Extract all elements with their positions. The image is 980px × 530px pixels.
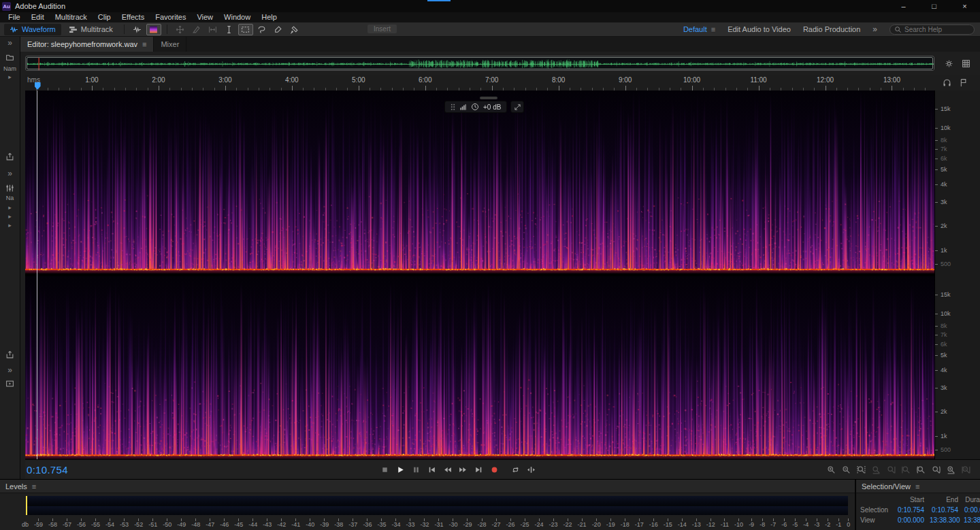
video-monitor-icon[interactable] [5,380,14,388]
tree-caret-icon[interactable]: ▸ [8,74,12,80]
lasso-selection-tool-button[interactable] [255,24,270,35]
zoom-out-frequency-button[interactable] [899,463,913,476]
overview-navigator[interactable] [25,56,934,71]
loop-button[interactable] [508,463,523,476]
db-scale-label: -16 [649,518,658,529]
zoom-selection-left-button[interactable] [914,463,928,476]
volume-hud[interactable]: +0 dB [444,101,507,113]
playhead-line[interactable] [37,90,37,459]
panel-menu-icon[interactable]: ≡ [142,40,146,48]
selection-duration-value[interactable]: 0:00.000 [964,506,980,514]
tab-mixer[interactable]: Mixer [154,37,186,52]
menu-clip[interactable]: Clip [93,12,116,22]
record-button[interactable] [487,463,502,476]
time-selection-tool-button[interactable] [222,24,237,35]
marker-icon[interactable] [958,78,967,87]
workspace-radio-production[interactable]: Radio Production [803,25,860,33]
pause-button[interactable] [409,463,423,476]
selection-end-value[interactable]: 0:10.754 [930,506,964,514]
menu-view[interactable]: View [191,12,218,22]
maximize-button[interactable]: □ [919,0,949,12]
fast-forward-button[interactable] [456,463,470,476]
tab-editor[interactable]: Editor: sleepyhomefromwork.wav≡ [20,37,154,52]
volume-knob-icon[interactable] [471,103,479,111]
expand-panels-icon[interactable]: » [7,170,12,177]
menu-window[interactable]: Window [218,12,256,22]
grid-icon[interactable] [962,59,970,68]
menu-help[interactable]: Help [256,12,282,22]
tree-caret-icon[interactable]: ▸ [8,214,12,219]
spot-healing-brush-tool-button[interactable] [287,24,302,35]
marquee-selection-tool-button[interactable] [238,24,253,35]
hud-grip-icon[interactable] [451,103,455,110]
insert-button[interactable]: Insert [368,24,397,33]
zoom-in-time-button[interactable] [944,463,958,476]
menu-edit[interactable]: Edit [26,12,50,22]
expand-panels-icon[interactable]: » [7,367,12,374]
playhead-marker[interactable] [35,82,41,90]
move-tool-button[interactable] [173,24,188,35]
time-display[interactable]: 0:10.754 [27,464,68,476]
files-folder-icon[interactable] [5,53,14,62]
slip-tool-button[interactable] [206,24,220,35]
expand-panels-icon[interactable]: » [7,39,12,46]
export-icon[interactable] [5,152,14,161]
menu-multitrack[interactable]: Multitrack [50,12,93,22]
search-help-box[interactable] [889,24,975,35]
settings-icon[interactable] [945,59,953,68]
db-scale-label: -21 [578,518,587,529]
waveform-editor-button[interactable]: Waveform [4,24,61,35]
menu-file[interactable]: File [3,12,26,22]
zoom-in-button[interactable] [824,463,838,476]
panel-tab-bar: Editor: sleepyhomefromwork.wav≡Mixer [20,37,980,52]
spectral-display-button[interactable] [146,24,161,35]
tree-caret-icon[interactable]: ▸ [8,222,12,228]
close-button[interactable]: × [949,0,980,12]
zoom-out-time-button[interactable] [869,463,883,476]
headphones-icon[interactable] [943,78,951,87]
waveform-display-button[interactable] [130,24,145,35]
spectral-display[interactable]: +0 dB [25,90,934,459]
zoom-out-button[interactable] [839,463,853,476]
minimize-button[interactable]: – [888,0,919,12]
overview-waveform-canvas[interactable] [27,57,934,71]
move-playhead-button[interactable] [524,463,538,476]
zoom-out-full-button[interactable] [959,463,973,476]
hud-drag-tab[interactable] [480,97,497,99]
export-icon[interactable] [5,350,14,359]
selection-view-header[interactable]: Selection/View ≡ [856,480,980,493]
panel-menu-icon[interactable]: ≡ [915,482,919,491]
timeline-ruler[interactable]: hms 1:002:003:004:005:006:007:008:009:00… [25,75,934,90]
view-duration-value[interactable]: 13:38.300 [964,516,980,524]
workspace-default[interactable]: Default [683,25,707,33]
collapsed-panel-dock: »Nam▸»Na▸▸▸» [0,37,20,479]
zoom-in-frequency-button[interactable] [884,463,898,476]
frequency-ruler[interactable]: 15k10k8k7k6k5k4k3k2k1k50015k10k8k7k6k5k4… [934,90,980,459]
search-input[interactable] [904,26,970,33]
workspace-overflow-icon[interactable]: » [872,24,877,34]
spectrogram-canvas[interactable] [25,90,934,459]
rewind-button[interactable] [440,463,455,476]
levels-panel-header[interactable]: Levels ≡ [0,480,855,493]
menu-effects[interactable]: Effects [116,12,150,22]
paintbrush-selection-tool-button[interactable] [271,24,286,35]
zoom-to-selection-button[interactable] [854,463,868,476]
skip-to-end-button[interactable] [472,463,486,476]
zoom-selection-right-button[interactable] [929,463,943,476]
tree-caret-icon[interactable]: ▸ [8,205,12,210]
hud-gain-value[interactable]: +0 dB [483,103,501,111]
menu-favorites[interactable]: Favorites [150,12,191,22]
play-button[interactable] [393,463,408,476]
multitrack-editor-button[interactable]: Multitrack [63,24,118,35]
workspace-menu-icon[interactable]: ≡ [711,25,715,33]
skip-to-start-button[interactable] [425,463,439,476]
stop-button[interactable] [378,463,392,476]
effects-sliders-icon[interactable] [5,184,14,193]
workspace-edit-audio-to-video[interactable]: Edit Audio to Video [728,25,791,33]
selection-start-value[interactable]: 0:10.754 [892,506,930,514]
panel-menu-icon[interactable]: ≡ [32,482,36,491]
hud-expand-button[interactable] [510,101,524,113]
view-start-value[interactable]: 0:00.000 [892,516,930,524]
razor-tool-button[interactable] [189,24,204,35]
view-end-value[interactable]: 13:38.300 [930,516,964,524]
